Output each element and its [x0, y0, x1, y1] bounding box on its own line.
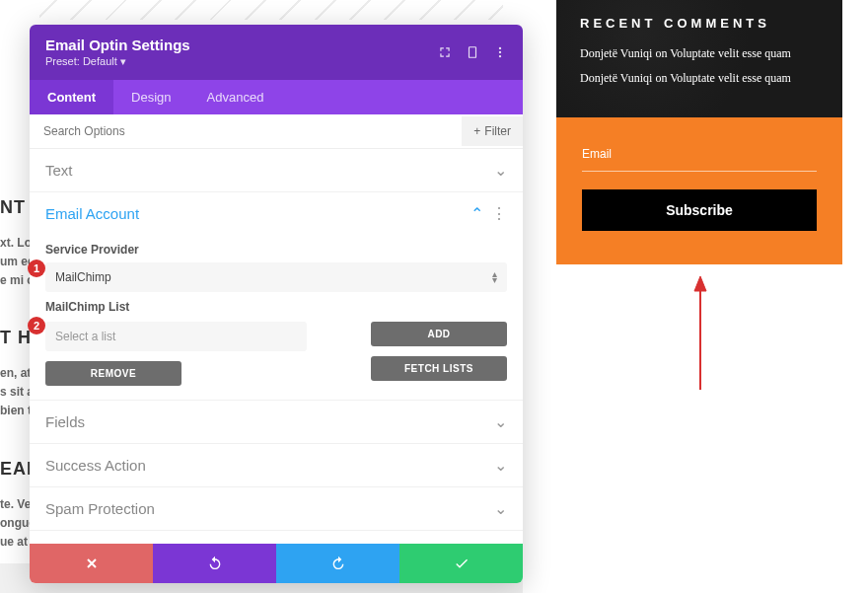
section-title: Email Account — [45, 205, 470, 222]
section-email-account[interactable]: Email Account ⌃ ⋮ — [30, 192, 523, 235]
comment-line[interactable]: Donjetë Vuniqi on Voluptate velit esse q… — [580, 46, 819, 61]
section-fields[interactable]: Fields ⌄ — [30, 401, 523, 443]
section-spam-protection[interactable]: Spam Protection ⌄ — [30, 487, 523, 530]
chevron-down-icon: ⌄ — [494, 161, 507, 180]
preview-panel: RECENT COMMENTS Donjetë Vuniqi on Volupt… — [556, 0, 842, 264]
redo-button[interactable] — [276, 544, 399, 583]
tab-advanced[interactable]: Advanced — [189, 80, 282, 114]
bg-text: s sit a — [0, 383, 30, 402]
section-title: Success Action — [45, 457, 494, 474]
bg-text: ongue — [0, 514, 30, 533]
chevron-down-icon: ⌄ — [494, 499, 507, 518]
svg-point-3 — [499, 55, 501, 57]
service-provider-label: Service Provider — [45, 243, 507, 257]
svg-rect-0 — [470, 47, 476, 58]
fetch-lists-button[interactable]: FETCH LISTS — [371, 356, 507, 381]
section-success-action[interactable]: Success Action ⌄ — [30, 444, 523, 486]
search-input[interactable] — [30, 114, 462, 148]
annotation-marker-2: 2 — [28, 317, 45, 334]
modal-title: Email Optin Settings — [45, 37, 190, 53]
bg-text: bien t — [0, 402, 30, 420]
comment-line[interactable]: Donjetë Vuniqi on Voluptate velit esse q… — [580, 71, 819, 86]
email-optin-preview: Email Subscribe — [556, 117, 842, 264]
search-row: +Filter — [30, 114, 523, 149]
recent-comments-title: RECENT COMMENTS — [580, 16, 819, 31]
tab-content[interactable]: Content — [30, 80, 113, 114]
bg-pattern — [39, 0, 503, 20]
remove-button[interactable]: REMOVE — [45, 361, 181, 386]
tablet-icon[interactable] — [466, 45, 479, 59]
bg-text: xt. Lor — [0, 234, 30, 253]
close-button[interactable] — [30, 544, 153, 583]
select-arrows-icon: ▴▾ — [492, 271, 497, 283]
svg-marker-5 — [694, 276, 706, 291]
section-text[interactable]: Text ⌄ — [30, 149, 523, 191]
bg-heading: NT — [0, 197, 26, 218]
modal-header[interactable]: Email Optin Settings Preset: Default ▾ — [30, 25, 523, 80]
preset-dropdown[interactable]: Preset: Default ▾ — [45, 55, 190, 68]
annotation-arrow — [690, 276, 710, 399]
section-title: Fields — [45, 413, 494, 430]
more-icon[interactable]: ⋮ — [491, 204, 507, 223]
save-button[interactable] — [399, 544, 523, 583]
bg-text: ue at ti — [0, 533, 30, 552]
settings-modal: Email Optin Settings Preset: Default ▾ C… — [30, 25, 523, 583]
chevron-down-icon: ⌄ — [494, 412, 507, 431]
svg-point-1 — [499, 47, 501, 49]
bg-text: um eg — [0, 253, 30, 271]
select-value: MailChimp — [55, 270, 111, 284]
bg-text: en, at p — [0, 364, 30, 383]
email-input[interactable]: Email — [582, 147, 817, 172]
section-title: Spam Protection — [45, 500, 494, 517]
section-link[interactable]: Link ⌄ — [30, 531, 523, 544]
modal-footer — [30, 544, 523, 583]
service-provider-select[interactable]: MailChimp ▴▾ — [45, 262, 507, 292]
modal-body[interactable]: Text ⌄ Email Account ⌃ ⋮ Service Provide… — [30, 149, 523, 544]
bg-text: e mi c — [0, 271, 30, 290]
more-icon[interactable] — [493, 45, 507, 59]
chevron-down-icon: ⌄ — [494, 456, 507, 475]
chevron-up-icon: ⌃ — [470, 204, 483, 223]
svg-point-2 — [499, 51, 501, 53]
email-account-body: Service Provider MailChimp ▴▾ MailChimp … — [30, 243, 523, 400]
tab-design[interactable]: Design — [113, 80, 188, 114]
undo-button[interactable] — [153, 544, 276, 583]
recent-comments-block: RECENT COMMENTS Donjetë Vuniqi on Volupt… — [556, 0, 842, 117]
mailchimp-list-label: MailChimp List — [45, 300, 507, 314]
add-button[interactable]: ADD — [371, 322, 507, 346]
subscribe-button[interactable]: Subscribe — [582, 189, 817, 231]
expand-icon[interactable] — [438, 45, 452, 59]
section-title: Text — [45, 162, 494, 179]
annotation-marker-1: 1 — [28, 259, 45, 277]
list-select[interactable]: Select a list — [45, 322, 307, 351]
bg-text: te. Vel — [0, 495, 30, 514]
tab-bar: Content Design Advanced — [30, 80, 523, 114]
filter-button[interactable]: +Filter — [462, 116, 523, 146]
